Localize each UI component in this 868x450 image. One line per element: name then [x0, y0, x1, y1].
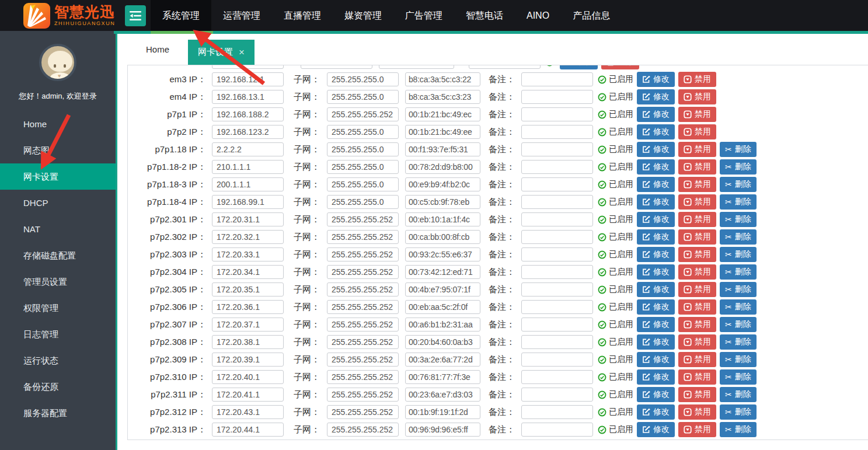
ip-input[interactable]: [212, 300, 284, 314]
modify-button[interactable]: 修改: [637, 194, 675, 210]
delete-button[interactable]: ✂删除: [720, 194, 757, 210]
topnav-item-直播管理[interactable]: 直播管理: [272, 0, 333, 31]
disable-button[interactable]: 禁用: [678, 422, 716, 437]
disable-button[interactable]: 禁用: [678, 334, 716, 350]
subnet-input[interactable]: [327, 142, 399, 156]
modify-button[interactable]: 修改: [637, 229, 675, 245]
remark-input[interactable]: [521, 423, 593, 437]
modify-button[interactable]: 修改: [637, 299, 675, 315]
ip-input[interactable]: [212, 230, 284, 244]
mac-input[interactable]: [405, 125, 480, 139]
modify-button[interactable]: 修改: [637, 334, 675, 350]
sidebar-item-日志管理[interactable]: 日志管理: [0, 321, 116, 347]
mac-input[interactable]: [405, 423, 480, 437]
sidebar-item-Home[interactable]: Home: [0, 111, 116, 137]
delete-button[interactable]: ✂删除: [720, 177, 757, 192]
sidebar-item-网态图[interactable]: 网态图: [0, 137, 116, 163]
ip-input[interactable]: [212, 90, 284, 104]
modify-button[interactable]: 修改: [637, 282, 675, 297]
mac-input[interactable]: [405, 247, 480, 261]
subnet-input[interactable]: [327, 318, 399, 332]
mac-input[interactable]: [405, 388, 480, 402]
mac-input[interactable]: [405, 107, 480, 121]
remark-input[interactable]: [521, 107, 593, 121]
subnet-input[interactable]: [327, 388, 399, 402]
disable-button[interactable]: 禁用: [678, 142, 716, 157]
delete-button[interactable]: ✂删除: [720, 247, 757, 262]
disable-button[interactable]: 禁用: [678, 369, 716, 385]
remark-input[interactable]: [521, 282, 593, 296]
modify-button[interactable]: 修改: [637, 177, 675, 192]
remark-input[interactable]: [521, 300, 593, 314]
sidebar-item-服务器配置[interactable]: 服务器配置: [0, 400, 116, 426]
sidebar-item-运行状态[interactable]: 运行状态: [0, 347, 116, 374]
subnet-input[interactable]: [327, 230, 399, 244]
subnet-input[interactable]: [327, 300, 399, 314]
delete-button[interactable]: ✂删除: [720, 334, 757, 350]
remark-input[interactable]: [521, 142, 593, 156]
ip-input[interactable]: [212, 160, 284, 174]
mac-input[interactable]: [405, 318, 480, 332]
remark-input[interactable]: [521, 353, 593, 367]
disable-button[interactable]: 禁用: [678, 72, 716, 87]
ip-input[interactable]: [212, 405, 284, 419]
disable-button[interactable]: 禁用: [678, 264, 716, 280]
delete-button[interactable]: ✂删除: [720, 387, 757, 402]
subnet-input[interactable]: [327, 177, 399, 191]
topnav-item-媒资管理[interactable]: 媒资管理: [333, 0, 393, 31]
subnet-input[interactable]: [327, 212, 399, 226]
mac-input[interactable]: [405, 195, 480, 209]
remark-input[interactable]: [521, 265, 593, 279]
ip-input[interactable]: [212, 335, 284, 349]
mac-input[interactable]: [405, 265, 480, 279]
remark-input[interactable]: [521, 247, 593, 261]
ip-input[interactable]: [212, 107, 284, 121]
disable-button[interactable]: 禁用: [601, 65, 639, 69]
remark-input[interactable]: [521, 335, 593, 349]
delete-button[interactable]: ✂删除: [720, 229, 757, 245]
modify-button[interactable]: 修改: [637, 387, 675, 402]
ip-input[interactable]: [212, 423, 284, 437]
disable-button[interactable]: 禁用: [678, 124, 716, 139]
modify-button[interactable]: 修改: [560, 65, 598, 69]
remark-input[interactable]: [521, 230, 593, 244]
sidebar-item-NAT[interactable]: NAT: [0, 216, 116, 242]
ip-input[interactable]: [212, 65, 284, 69]
subnet-input[interactable]: [327, 72, 399, 86]
delete-button[interactable]: ✂删除: [720, 212, 757, 227]
tab-close-icon[interactable]: ×: [239, 47, 245, 57]
modify-button[interactable]: 修改: [637, 404, 675, 420]
tab-Home[interactable]: Home: [127, 34, 188, 65]
remark-input[interactable]: [521, 72, 593, 86]
subnet-input[interactable]: [327, 370, 399, 384]
ip-input[interactable]: [212, 142, 284, 156]
disable-button[interactable]: 禁用: [678, 317, 716, 332]
ip-input[interactable]: [212, 370, 284, 384]
mac-input[interactable]: [405, 142, 480, 156]
remark-input[interactable]: [521, 125, 593, 139]
modify-button[interactable]: 修改: [637, 72, 675, 87]
sidebar-toggle-button[interactable]: [125, 5, 146, 26]
disable-button[interactable]: 禁用: [678, 352, 716, 367]
modify-button[interactable]: 修改: [637, 264, 675, 280]
sidebar-item-管理员设置[interactable]: 管理员设置: [0, 268, 116, 295]
mac-input[interactable]: [405, 230, 480, 244]
remark-input[interactable]: [521, 388, 593, 402]
delete-button[interactable]: ✂删除: [720, 299, 757, 315]
ip-input[interactable]: [212, 72, 284, 86]
topnav-item-广告管理[interactable]: 广告管理: [393, 0, 454, 31]
topnav-item-产品信息[interactable]: 产品信息: [561, 0, 622, 31]
topnav-item-运营管理[interactable]: 运营管理: [211, 0, 272, 31]
delete-button[interactable]: ✂删除: [720, 352, 757, 367]
disable-button[interactable]: 禁用: [678, 387, 716, 402]
tab-网卡设置[interactable]: 网卡设置 ×: [188, 40, 255, 65]
subnet-input[interactable]: [327, 90, 399, 104]
remark-input[interactable]: [521, 177, 593, 191]
disable-button[interactable]: 禁用: [678, 299, 716, 315]
modify-button[interactable]: 修改: [637, 159, 675, 175]
subnet-input[interactable]: [327, 265, 399, 279]
mac-input[interactable]: [405, 72, 480, 86]
disable-button[interactable]: 禁用: [678, 89, 716, 104]
mac-input[interactable]: [405, 405, 480, 419]
delete-button[interactable]: ✂删除: [720, 282, 757, 297]
